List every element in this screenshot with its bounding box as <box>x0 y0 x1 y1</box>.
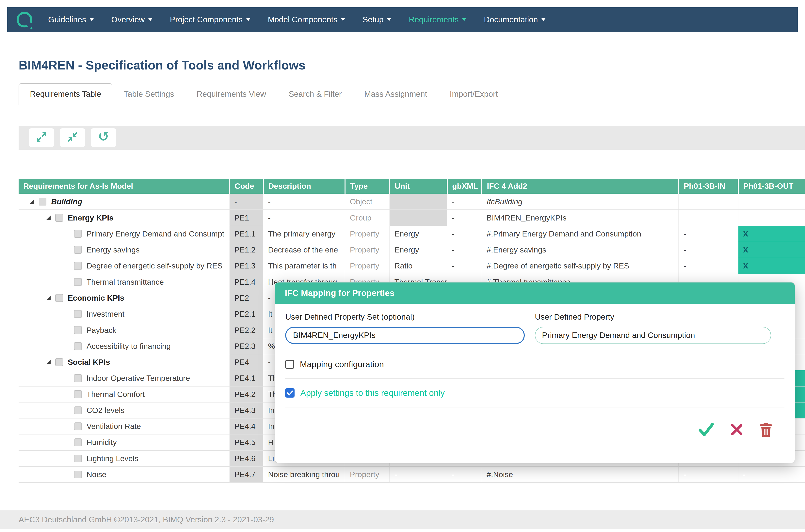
column-header-unit[interactable]: Unit <box>389 179 447 194</box>
row-checkbox[interactable] <box>74 326 82 334</box>
tab-requirements-view[interactable]: Requirements View <box>185 83 277 105</box>
requirement-name-cell: Economic KPIs <box>19 290 230 306</box>
cancel-icon <box>730 423 743 438</box>
column-header-requirements-for-as-is-model[interactable]: Requirements for As-Is Model <box>19 179 230 194</box>
tab-table-settings[interactable]: Table Settings <box>112 83 185 105</box>
row-checkbox[interactable] <box>74 262 82 270</box>
column-header-description[interactable]: Description <box>263 179 345 194</box>
tab-mass-assignment[interactable]: Mass Assignment <box>353 83 438 105</box>
gbxml-cell: - <box>447 242 482 258</box>
expand-all-button[interactable] <box>29 128 54 147</box>
delete-button[interactable] <box>759 422 773 439</box>
column-header-ifc-4-add2[interactable]: IFC 4 Add2 <box>482 179 679 194</box>
requirement-name-cell: Ventilation Rate <box>19 418 230 434</box>
ph01-3b-out-cell: - <box>738 467 805 482</box>
nav-items: GuidelinesOverviewProject ComponentsMode… <box>39 7 554 32</box>
column-header-ph01-3b-in[interactable]: Ph01-3B-IN <box>679 179 738 194</box>
row-checkbox[interactable] <box>55 294 63 302</box>
column-header-code[interactable]: Code <box>230 179 263 194</box>
row-checkbox[interactable] <box>74 471 82 478</box>
code-cell: PE1.2 <box>230 242 263 258</box>
requirement-name: Noise <box>87 470 107 479</box>
nav-item-project-components[interactable]: Project Components <box>161 7 259 32</box>
table-row[interactable]: NoisePE4.7Noise breaking throuProperty--… <box>19 467 805 482</box>
apply-settings-label: Apply settings to this requirement only <box>300 388 445 398</box>
tree-expand-caret-icon[interactable] <box>46 296 51 300</box>
row-checkbox[interactable] <box>74 455 82 462</box>
row-checkbox[interactable] <box>74 438 82 446</box>
property-input[interactable] <box>535 327 771 344</box>
column-header-ph01-3b-out[interactable]: Ph01-3B-OUT <box>738 179 805 194</box>
table-row[interactable]: Primary Energy Demand and ConsumptionPE1… <box>19 226 805 242</box>
unit-cell: Ratio <box>389 258 447 274</box>
confirm-button[interactable] <box>698 422 715 438</box>
property-set-input[interactable] <box>285 327 525 344</box>
row-checkbox[interactable] <box>74 406 82 414</box>
table-row[interactable]: Energy KPIsPE1-Group-BIM4REN_EnergyKPIs <box>19 210 805 226</box>
row-checkbox[interactable] <box>74 342 82 350</box>
tab-requirements-table[interactable]: Requirements Table <box>19 83 112 105</box>
table-row[interactable]: Energy savingsPE1.2Decrease of the enePr… <box>19 242 805 258</box>
row-checkbox[interactable] <box>74 230 82 238</box>
apply-settings-checkbox[interactable] <box>285 388 295 398</box>
mapping-configuration-checkbox[interactable] <box>285 360 294 369</box>
table-row[interactable]: Building--Object-IfcBuilding <box>19 194 805 210</box>
code-cell: PE1.1 <box>230 226 263 242</box>
requirement-name-cell: Primary Energy Demand and Consumption <box>19 226 230 242</box>
row-checkbox[interactable] <box>74 422 82 430</box>
requirement-name-cell: Building <box>19 194 230 210</box>
code-cell: PE1 <box>230 210 263 226</box>
row-checkbox[interactable] <box>55 214 63 222</box>
gbxml-cell: - <box>447 258 482 274</box>
tree-expand-caret-icon[interactable] <box>30 200 34 204</box>
property-label: User Defined Property <box>535 312 784 322</box>
code-cell: PE4.5 <box>230 434 263 450</box>
app-logo-icon[interactable] <box>17 12 32 27</box>
requirement-name: Energy savings <box>87 245 140 254</box>
tree-expand-caret-icon[interactable] <box>46 215 51 220</box>
code-cell: PE4.6 <box>230 451 263 467</box>
nav-item-label: Documentation <box>484 15 538 24</box>
ifc-cell: #.Energy savings <box>482 242 679 258</box>
ifc-mapping-modal: IFC Mapping for Properties User Defined … <box>275 282 795 463</box>
requirement-name-cell: CO2 levels <box>19 402 230 418</box>
table-row[interactable]: Degree of energetic self-supply by RESPE… <box>19 258 805 274</box>
chevron-down-icon <box>542 18 545 21</box>
row-checkbox[interactable] <box>74 278 82 286</box>
tree-expand-caret-icon[interactable] <box>46 360 51 364</box>
row-checkbox[interactable] <box>74 390 82 398</box>
requirement-name: Indoor Operative Temperature <box>87 374 190 383</box>
requirement-name: Economic KPIs <box>68 293 124 302</box>
row-checkbox[interactable] <box>55 358 63 366</box>
nav-item-requirements[interactable]: Requirements <box>400 7 475 32</box>
nav-item-model-components[interactable]: Model Components <box>259 7 354 32</box>
code-cell: PE4.2 <box>230 386 263 402</box>
description-cell: The primary energy <box>263 226 345 242</box>
cancel-button[interactable] <box>730 423 743 438</box>
row-checkbox[interactable] <box>74 246 82 254</box>
nav-item-overview[interactable]: Overview <box>103 7 161 32</box>
refresh-button[interactable]: ↺ <box>91 128 116 147</box>
code-cell: PE4.4 <box>230 418 263 434</box>
unit-cell: - <box>389 467 447 482</box>
description-cell: This parameter is th <box>263 258 345 274</box>
nav-item-label: Model Components <box>268 15 337 24</box>
nav-item-guidelines[interactable]: Guidelines <box>39 7 102 32</box>
column-header-type[interactable]: Type <box>345 179 389 194</box>
ph01-3b-in-cell: - <box>679 467 738 482</box>
row-checkbox[interactable] <box>74 374 82 382</box>
row-checkbox[interactable] <box>39 198 47 206</box>
row-checkbox[interactable] <box>74 310 82 318</box>
tab-import-export[interactable]: Import/Export <box>438 83 509 105</box>
column-header-gbxml[interactable]: gbXML <box>447 179 482 194</box>
collapse-all-button[interactable] <box>60 128 85 147</box>
tab-search-filter[interactable]: Search & Filter <box>277 83 353 105</box>
chevron-down-icon <box>148 18 152 21</box>
nav-item-setup[interactable]: Setup <box>354 7 400 32</box>
code-cell: PE4.3 <box>230 402 263 418</box>
requirement-name: Lighting Levels <box>87 454 138 463</box>
nav-item-documentation[interactable]: Documentation <box>475 7 554 32</box>
chevron-down-icon <box>246 18 250 21</box>
ifc-cell: #.Primary Energy Demand and Consumption <box>482 226 679 242</box>
requirement-name-cell: Humidity <box>19 434 230 450</box>
